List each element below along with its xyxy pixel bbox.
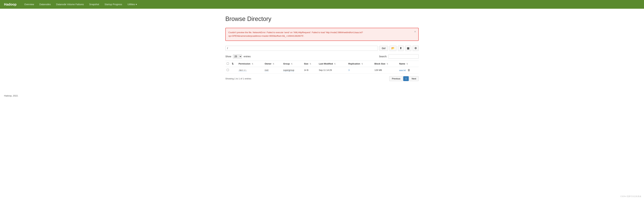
- owner-value: root: [264, 69, 268, 71]
- replication-link[interactable]: 3: [348, 69, 350, 71]
- nav-links: Overview Datanodes Datanode Volume Failu…: [22, 2, 139, 7]
- permission-sort-icon: ⇅: [252, 63, 253, 65]
- name-sort-icon: ⇅: [406, 63, 408, 65]
- upload-icon: ⬆: [400, 47, 402, 50]
- row-checkbox[interactable]: [227, 69, 229, 71]
- col-permission: Permission ⇅: [237, 61, 263, 67]
- block-size-sort-icon: ⇅: [386, 63, 388, 65]
- alert-message: Couldn't preview the file. NetworkError:…: [228, 31, 363, 37]
- delete-icon[interactable]: 🗑: [408, 69, 410, 71]
- row-size: 14 B: [302, 67, 318, 73]
- last-modified-sort-icon: ⇅: [334, 63, 336, 65]
- next-button[interactable]: Next: [409, 76, 419, 81]
- navbar: Hadoop Overview Datanodes Datanode Volum…: [0, 0, 644, 9]
- list-icon: ▦: [407, 47, 410, 50]
- permission-value: -rw-r--r--: [238, 69, 247, 71]
- page-title: Browse Directory: [225, 15, 419, 22]
- row-last-modified: Sep 11 14:29: [318, 67, 347, 73]
- show-label: Show: [225, 55, 231, 58]
- go-button[interactable]: Go!: [379, 46, 388, 51]
- col-block-size: Block Size ⇅: [373, 61, 398, 67]
- entries-select[interactable]: 10 25 50 100: [233, 54, 242, 58]
- col-size: Size ⇅: [302, 61, 318, 67]
- col-group: Group ⇅: [282, 61, 303, 67]
- main-content: Browse Directory Couldn't preview the fi…: [221, 9, 423, 91]
- group-sort-icon: ⇅: [291, 63, 292, 65]
- list-view-button[interactable]: ▦: [405, 45, 411, 51]
- footer-text: Hadoop, 2022.: [4, 94, 18, 97]
- entries-label: entries: [244, 55, 251, 58]
- nav-link-datanodes[interactable]: Datanodes: [37, 2, 53, 7]
- row-group: supergroup: [282, 67, 303, 73]
- files-table: ⇅ Permission ⇅ Owner ⇅ Group ⇅ Size ⇅: [225, 61, 419, 74]
- row-empty: [230, 67, 237, 73]
- replication-sort-icon: ⇅: [362, 63, 363, 65]
- open-folder-button[interactable]: 📂: [390, 45, 396, 51]
- path-row: Go! 📂 ⬆ ▦ ⚙: [225, 45, 419, 51]
- table-header: ⇅ Permission ⇅ Owner ⇅ Group ⇅ Size ⇅: [225, 61, 419, 67]
- path-input[interactable]: [225, 46, 378, 51]
- nav-link-startup-progress[interactable]: Startup Progress: [102, 2, 124, 7]
- pagination: Previous 1 Next: [389, 76, 419, 81]
- folder-icon: 📂: [391, 47, 395, 50]
- select-all-checkbox[interactable]: [227, 62, 229, 65]
- col-name: Name ⇅: [398, 61, 419, 67]
- footer: Hadoop, 2022.: [0, 91, 644, 100]
- row-permission: -rw-r--r--: [237, 67, 263, 73]
- table-row: -rw-r--r-- root supergroup 14 B Sep 11 1…: [225, 67, 419, 73]
- size-sort-icon: ⇅: [310, 63, 311, 65]
- nav-link-snapshot[interactable]: Snapshot: [87, 2, 102, 7]
- sort-icon: ⇅: [232, 62, 234, 65]
- row-name: aaa.txt 🗑: [398, 67, 419, 73]
- nav-brand: Hadoop: [4, 2, 16, 6]
- current-page: 1: [403, 76, 409, 81]
- settings-icon: ⚙: [414, 47, 417, 50]
- upload-button[interactable]: ⬆: [398, 45, 404, 51]
- row-replication: 3: [347, 67, 373, 73]
- col-sort: ⇅: [230, 61, 237, 67]
- nav-link-datanode-volume-failures[interactable]: Datanode Volume Failures: [54, 2, 86, 7]
- search-input[interactable]: [388, 54, 419, 59]
- owner-sort-icon: ⇅: [273, 63, 274, 65]
- alert-close-button[interactable]: ×: [414, 30, 416, 33]
- error-alert: Couldn't preview the file. NetworkError:…: [225, 28, 419, 41]
- search-row: Search:: [379, 54, 419, 59]
- controls-row: Show 10 25 50 100 entries Search:: [225, 54, 419, 59]
- show-entries: Show 10 25 50 100 entries: [225, 54, 251, 58]
- showing-text: Showing 1 to 1 of 1 entries: [225, 77, 251, 80]
- col-last-modified: Last Modified ⇅: [318, 61, 347, 67]
- col-replication: Replication ⇅: [347, 61, 373, 67]
- row-checkbox-cell: [225, 67, 230, 73]
- group-value: supergroup: [283, 69, 294, 71]
- settings-button[interactable]: ⚙: [412, 45, 419, 51]
- nav-link-overview[interactable]: Overview: [22, 2, 36, 7]
- row-block-size: 128 MB: [373, 67, 398, 73]
- col-checkbox: [225, 61, 230, 67]
- pagination-row: Showing 1 to 1 of 1 entries Previous 1 N…: [225, 76, 419, 81]
- row-owner: root: [263, 67, 282, 73]
- search-label: Search:: [379, 55, 387, 58]
- col-owner: Owner ⇅: [263, 61, 282, 67]
- file-link[interactable]: aaa.txt: [399, 69, 406, 71]
- nav-link-utilities[interactable]: Utilities ▾: [125, 2, 139, 7]
- table-body: -rw-r--r-- root supergroup 14 B Sep 11 1…: [225, 67, 419, 73]
- previous-button[interactable]: Previous: [389, 76, 403, 81]
